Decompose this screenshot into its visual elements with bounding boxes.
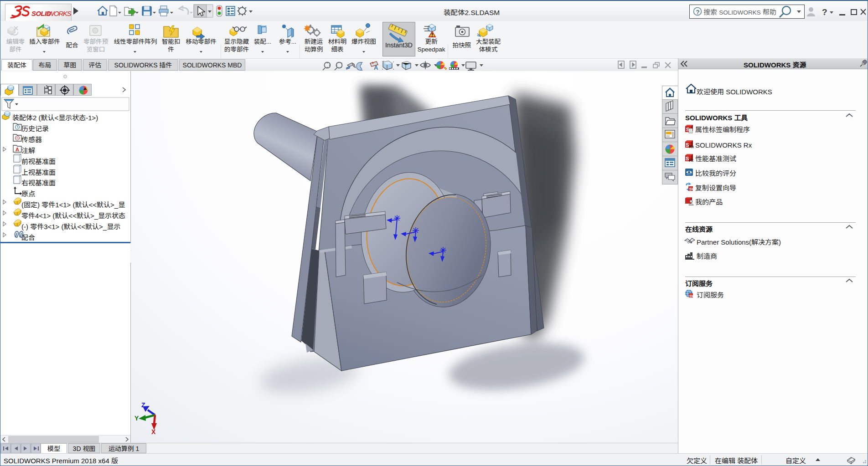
svg-text:X: X: [151, 428, 156, 435]
svg-text:Rx: Rx: [689, 144, 694, 149]
svg-text:Fx: Fx: [689, 158, 693, 163]
svg-text:A: A: [374, 64, 378, 71]
svg-text:Y: Y: [134, 415, 139, 422]
svg-text:A: A: [16, 147, 19, 152]
svg-text:?: ?: [822, 7, 827, 17]
svg-text:WORKS: WORKS: [48, 10, 71, 17]
svg-text:Z: Z: [141, 401, 145, 409]
svg-text:SW: SW: [689, 294, 695, 298]
svg-text:?: ?: [696, 9, 700, 15]
